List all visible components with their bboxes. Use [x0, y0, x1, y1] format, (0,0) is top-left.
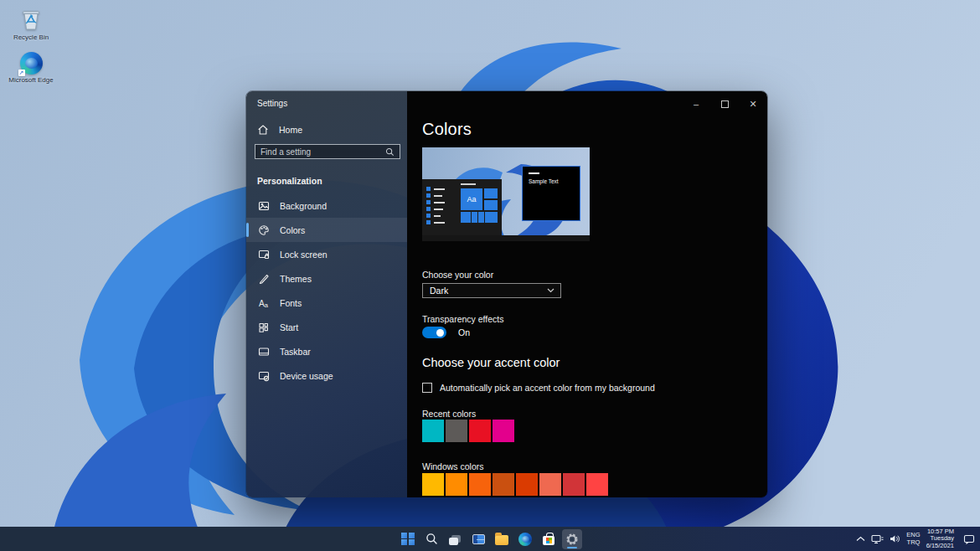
color-swatch[interactable] — [422, 473, 444, 496]
search-button[interactable] — [421, 529, 441, 549]
shortcut-arrow-icon: ↗ — [18, 70, 25, 76]
desktop: Recycle Bin ↗ Microsoft Edge Settings Ho… — [0, 0, 980, 551]
windows-colors-label: Windows colors — [422, 461, 484, 471]
color-mode-value: Dark — [430, 286, 448, 296]
desktop-icon-microsoft-edge[interactable]: ↗ Microsoft Edge — [5, 52, 57, 84]
sidebar-home-label: Home — [279, 125, 302, 135]
color-swatch[interactable] — [422, 497, 444, 498]
sidebar-nav: Background Colors — [246, 193, 407, 388]
close-button[interactable]: ✕ — [739, 95, 767, 113]
sidebar-item-label: Themes — [280, 274, 312, 284]
color-swatch[interactable] — [563, 497, 585, 498]
maximize-button[interactable] — [710, 95, 739, 113]
color-swatch[interactable] — [469, 420, 491, 442]
window-title: Settings — [257, 99, 287, 108]
home-icon — [257, 124, 269, 136]
settings-gear-icon — [565, 533, 579, 546]
close-icon: ✕ — [749, 99, 756, 110]
accent-color-heading: Choose your accent color — [422, 356, 560, 369]
color-swatch[interactable] — [493, 497, 514, 498]
desktop-icon-label: Microsoft Edge — [8, 76, 53, 84]
color-swatch[interactable] — [446, 497, 467, 498]
recycle-bin-icon — [18, 7, 44, 32]
color-mode-dropdown[interactable]: Dark — [422, 283, 561, 298]
color-swatch[interactable] — [563, 473, 585, 496]
minimize-button[interactable]: – — [682, 95, 710, 113]
preview-sample-window: Sample Text — [522, 166, 580, 221]
color-swatch[interactable] — [586, 497, 608, 498]
taskbar-icon — [257, 345, 270, 358]
sidebar-item-label: Lock screen — [280, 250, 328, 260]
start-icon — [257, 321, 270, 333]
color-swatch[interactable] — [469, 497, 491, 498]
volume-icon[interactable] — [890, 534, 900, 543]
svg-text:a: a — [264, 301, 268, 309]
sidebar-item-label: Colors — [280, 225, 305, 235]
lock-screen-icon — [257, 248, 270, 260]
theme-preview: Aa Sample Text — [422, 147, 590, 241]
sidebar-item-label: Device usage — [280, 371, 333, 381]
settings-content: – ✕ Colors — [407, 91, 767, 497]
color-swatch[interactable] — [493, 473, 514, 496]
windows-colors-row — [422, 473, 608, 496]
sidebar-item-home[interactable]: Home — [257, 122, 302, 137]
themes-icon — [257, 272, 270, 285]
task-view-icon — [449, 535, 462, 545]
color-swatch[interactable] — [586, 473, 608, 496]
sidebar-item-label: Background — [280, 201, 327, 211]
sidebar-item-themes[interactable]: Themes — [246, 266, 407, 291]
color-swatch[interactable] — [422, 420, 444, 442]
sidebar-item-colors[interactable]: Colors — [246, 218, 407, 242]
transparency-toggle[interactable] — [422, 327, 446, 338]
search-box[interactable] — [255, 144, 400, 159]
color-swatch[interactable] — [516, 497, 538, 498]
sidebar-item-background[interactable]: Background — [246, 193, 407, 218]
auto-accent-checkbox[interactable] — [422, 383, 432, 393]
color-swatch[interactable] — [539, 497, 561, 498]
color-swatch[interactable] — [539, 473, 561, 496]
file-explorer-button[interactable] — [492, 529, 512, 549]
sidebar-item-fonts[interactable]: A a Fonts — [246, 291, 407, 315]
color-swatch[interactable] — [469, 473, 491, 496]
auto-accent-label: Automatically pick an accent color from … — [440, 383, 655, 393]
chevron-up-icon[interactable] — [856, 536, 865, 542]
clock[interactable]: 10:57 PM Tuesday 6/15/2021 — [926, 528, 954, 550]
widgets-button[interactable] — [468, 529, 488, 549]
settings-button[interactable] — [562, 529, 582, 549]
file-explorer-icon — [495, 535, 508, 545]
transparency-label: Transparency effects — [422, 314, 503, 324]
device-usage-icon — [257, 369, 270, 382]
recent-colors-label: Recent colors — [422, 409, 476, 419]
sidebar-item-start[interactable]: Start — [246, 315, 407, 339]
sidebar-item-taskbar[interactable]: Taskbar — [246, 339, 407, 363]
chevron-down-icon — [547, 288, 554, 293]
settings-window: Settings Home Personalization — [245, 90, 768, 498]
sidebar-item-label: Fonts — [280, 298, 302, 308]
color-swatch[interactable] — [446, 473, 467, 496]
preview-tile-aa: Aa — [461, 188, 482, 210]
sidebar-item-device-usage[interactable]: Device usage — [246, 363, 407, 388]
page-title: Colors — [422, 120, 472, 139]
search-icon — [426, 533, 438, 545]
sidebar-section-title: Personalization — [257, 176, 322, 186]
desktop-icon-recycle-bin[interactable]: Recycle Bin — [5, 7, 57, 41]
store-button[interactable] — [539, 529, 559, 549]
start-button[interactable] — [398, 529, 418, 549]
sidebar-item-lock-screen[interactable]: Lock screen — [246, 242, 407, 266]
color-swatch[interactable] — [516, 473, 538, 496]
preview-start-menu: Aa — [422, 179, 502, 235]
task-view-button[interactable] — [445, 529, 465, 549]
settings-sidebar: Settings Home Personalization — [246, 91, 407, 497]
language-indicator[interactable]: ENG TRQ — [906, 532, 920, 546]
color-swatch[interactable] — [493, 420, 514, 442]
search-input[interactable] — [255, 147, 385, 157]
language-line-2: TRQ — [906, 539, 920, 547]
notifications-icon[interactable] — [963, 534, 975, 544]
edge-button[interactable] — [515, 529, 535, 549]
preview-sample-text: Sample Text — [529, 178, 559, 184]
network-icon[interactable] — [871, 534, 884, 544]
choose-color-label: Choose your color — [422, 270, 493, 280]
window-caption-buttons: – ✕ — [682, 95, 767, 113]
sidebar-item-label: Taskbar — [280, 347, 311, 357]
color-swatch[interactable] — [446, 420, 467, 442]
